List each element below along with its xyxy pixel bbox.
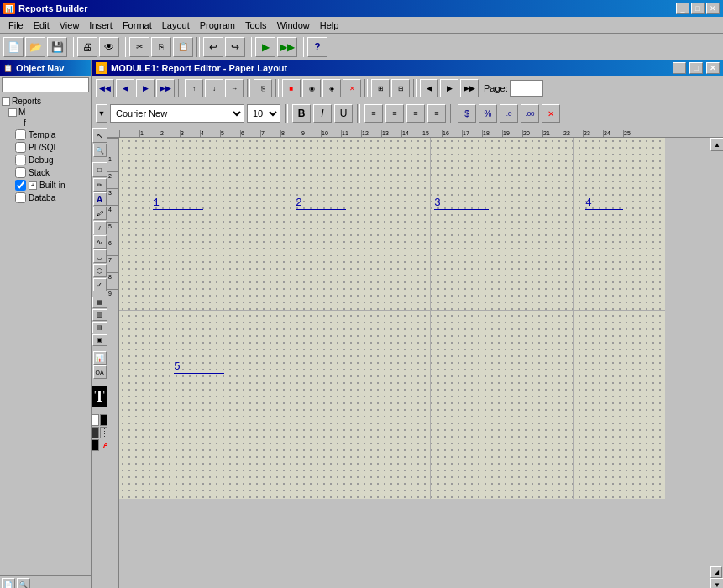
- arr-btn-1[interactable]: ↑: [185, 79, 203, 97]
- color-dark[interactable]: [92, 427, 99, 438]
- frm-btn-3[interactable]: ◈: [322, 79, 341, 97]
- decimal-btn[interactable]: .0: [500, 104, 518, 123]
- editor-close-btn[interactable]: ✕: [706, 62, 720, 74]
- editor-minimize-btn[interactable]: _: [673, 62, 686, 74]
- chart-tool[interactable]: 📊: [93, 351, 107, 365]
- currency-btn[interactable]: $: [458, 104, 476, 123]
- copy-button[interactable]: ⎘: [151, 37, 171, 57]
- color-black2[interactable]: [92, 439, 99, 451]
- select-tool[interactable]: ↖: [92, 128, 107, 143]
- paper-field-4[interactable]: 4: [585, 197, 623, 210]
- arc-tool[interactable]: ◡: [93, 249, 107, 263]
- draw-tool[interactable]: ✏: [93, 178, 107, 192]
- curve-tool[interactable]: ∿: [93, 235, 107, 249]
- maximize-button[interactable]: □: [691, 3, 705, 14]
- align-center-btn[interactable]: ≡: [385, 104, 404, 123]
- tree-item-debug[interactable]: Debug: [15, 154, 89, 166]
- sz-btn-1[interactable]: ⊞: [371, 79, 390, 97]
- close-button[interactable]: ✕: [706, 3, 720, 14]
- italic-button[interactable]: I: [313, 104, 332, 123]
- tree-item-f[interactable]: f: [15, 118, 89, 129]
- nav-icon-1[interactable]: 📄: [2, 578, 15, 588]
- nav-icon-2[interactable]: 🔍: [17, 578, 30, 588]
- nav-btn-2[interactable]: ◀: [116, 79, 134, 97]
- scroll-corner-btn[interactable]: ◢: [710, 566, 722, 578]
- image-tool2[interactable]: ▥: [92, 309, 107, 321]
- image-tool4[interactable]: ▣: [92, 334, 107, 346]
- paper-field-3[interactable]: 3: [434, 197, 489, 210]
- image-tool3[interactable]: ▤: [92, 322, 107, 333]
- minimize-button[interactable]: _: [676, 3, 689, 14]
- object-nav-search-input[interactable]: [2, 77, 89, 92]
- font-select[interactable]: Courier New: [110, 104, 244, 123]
- tree-item-plsql[interactable]: PL/SQI: [15, 141, 89, 154]
- paper-field-1[interactable]: 1: [153, 197, 203, 210]
- arr-btn-3[interactable]: →: [225, 79, 244, 97]
- bold-button[interactable]: B: [292, 104, 311, 123]
- paper-area[interactable]: 1 2 3 4 5: [119, 138, 710, 588]
- menu-format[interactable]: Format: [118, 18, 157, 32]
- image-tool1[interactable]: ▦: [92, 297, 107, 308]
- check-tool[interactable]: ✓: [93, 278, 107, 291]
- checkbox-template[interactable]: [15, 129, 26, 140]
- menu-layout[interactable]: Layout: [157, 18, 195, 32]
- page-input[interactable]: [510, 80, 543, 97]
- menu-window[interactable]: Window: [272, 18, 315, 32]
- redo-button[interactable]: ↪: [225, 37, 245, 57]
- new-button[interactable]: 📄: [3, 37, 24, 57]
- percent-btn[interactable]: %: [479, 104, 497, 123]
- run2-button[interactable]: ▶▶: [277, 37, 297, 57]
- color-white[interactable]: [92, 414, 99, 426]
- menu-edit[interactable]: Edit: [29, 18, 55, 32]
- sz-btn-2[interactable]: ⊟: [391, 79, 410, 97]
- nav-btn-1[interactable]: ◀◀: [96, 79, 114, 97]
- open-button[interactable]: 📂: [25, 37, 45, 57]
- pencil-tool[interactable]: 🖊: [93, 207, 107, 220]
- align-right-btn[interactable]: ≡: [406, 104, 425, 123]
- scroll-down-btn[interactable]: ▼: [710, 578, 723, 588]
- align-left-btn[interactable]: ≡: [364, 104, 383, 123]
- underline-button[interactable]: U: [334, 104, 353, 123]
- paste-button[interactable]: 📋: [173, 37, 193, 57]
- paper-field-2[interactable]: 2: [296, 197, 346, 210]
- editor-maximize-btn[interactable]: □: [689, 62, 703, 74]
- checkbox-debug[interactable]: [15, 155, 26, 165]
- help-button[interactable]: ?: [307, 37, 327, 57]
- zoom-tool[interactable]: 🔍: [93, 144, 107, 157]
- save-button[interactable]: 💾: [47, 37, 67, 57]
- pg-left-btn[interactable]: ◀: [420, 79, 438, 97]
- pg-right-btn[interactable]: ▶: [440, 79, 458, 97]
- rect-tool[interactable]: □: [92, 162, 107, 177]
- menu-tools[interactable]: Tools: [240, 18, 272, 32]
- paper-field-5[interactable]: 5: [174, 360, 224, 374]
- font-dropdown-arrow[interactable]: ▼: [96, 104, 107, 123]
- checkbox-stack[interactable]: [15, 167, 26, 178]
- menu-help[interactable]: Help: [315, 18, 344, 32]
- checkbox-plsql[interactable]: [15, 142, 26, 153]
- expand-reports[interactable]: -: [2, 97, 10, 106]
- checkbox-builtin[interactable]: [15, 180, 26, 191]
- menu-file[interactable]: File: [3, 18, 29, 32]
- menu-program[interactable]: Program: [195, 18, 240, 32]
- undo-button[interactable]: ↩: [203, 37, 223, 57]
- tree-item-database[interactable]: Databa: [15, 192, 89, 204]
- copy-btn-e[interactable]: ⎘: [254, 79, 272, 97]
- tree-item-stack[interactable]: Stack: [15, 166, 89, 179]
- tree-item-builtin[interactable]: + Built-in: [15, 179, 89, 192]
- cut-button[interactable]: ✂: [129, 37, 149, 57]
- nav-btn-4[interactable]: ▶▶: [156, 79, 175, 97]
- print-button[interactable]: 🖨: [77, 37, 97, 57]
- scroll-up-btn[interactable]: ▲: [710, 138, 723, 151]
- frm-btn-2[interactable]: ◉: [302, 79, 321, 97]
- align-justify-btn[interactable]: ≡: [427, 104, 446, 123]
- run-button[interactable]: ▶: [255, 37, 275, 57]
- menu-insert[interactable]: Insert: [84, 18, 118, 32]
- oa-tool[interactable]: OA: [93, 365, 107, 379]
- expand-builtin[interactable]: +: [29, 181, 37, 190]
- nav-btn-3[interactable]: ▶: [136, 79, 155, 97]
- frm-btn-1[interactable]: ■: [282, 79, 301, 97]
- frm-btn-4[interactable]: ✕: [343, 79, 361, 97]
- decimal2-btn[interactable]: .00: [521, 104, 539, 123]
- expand-module[interactable]: -: [8, 108, 17, 117]
- checkbox-database[interactable]: [15, 192, 26, 203]
